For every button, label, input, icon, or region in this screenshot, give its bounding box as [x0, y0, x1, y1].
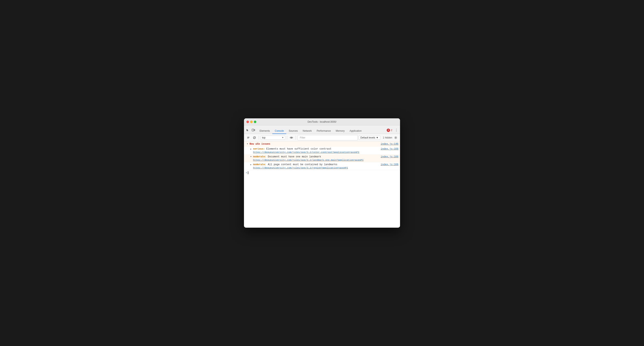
traffic-lights: [246, 121, 256, 123]
filter-section: [298, 135, 358, 140]
context-selector[interactable]: top ▼: [260, 136, 285, 140]
filter-input[interactable]: [299, 136, 356, 140]
console-input-line: ›: [244, 170, 400, 175]
issue-item-header-moderate-2: ▶ moderate: All page content must be con…: [250, 163, 398, 166]
levels-arrow: ▼: [376, 136, 378, 139]
severity-label-moderate-2: moderate:: [253, 163, 266, 166]
context-arrow: ▼: [282, 136, 284, 139]
error-count: 2: [391, 129, 392, 132]
nav-right: ✕ 2 ⋮: [387, 128, 399, 134]
title-bar: DevTools - localhost:3000/: [244, 118, 400, 125]
issue-item-moderate-1[interactable]: ▼ moderate: Document must have one main …: [244, 155, 400, 162]
issue-message-serious: Elements must have sufficient color cont…: [265, 148, 381, 150]
issue-message-moderate-2: All page content must be contained by la…: [266, 163, 381, 166]
issue-item-moderate-2[interactable]: ▶ moderate: All page content must be con…: [244, 162, 400, 170]
levels-dropdown[interactable]: Default levels ▼: [358, 136, 380, 140]
levels-label: Default levels: [360, 136, 375, 139]
severity-label-moderate-1: moderate:: [253, 155, 266, 158]
close-button[interactable]: [246, 121, 249, 123]
issue-item-serious[interactable]: ▶ serious: Elements must have sufficient…: [244, 147, 400, 155]
issue-item-header-serious: ▶ serious: Elements must have sufficient…: [250, 148, 398, 150]
svg-rect-1: [254, 129, 255, 131]
item-toggle-moderate-2[interactable]: ▶: [250, 163, 252, 166]
tab-performance[interactable]: Performance: [314, 128, 333, 134]
issue-group-header[interactable]: ▼ New aXe issues index.js:146: [244, 141, 400, 147]
cursor-icon[interactable]: [245, 128, 250, 133]
issue-item-header-moderate-1: ▼ moderate: Document must have one main …: [250, 155, 398, 158]
issue-link-moderate-2[interactable]: https://dequeuniversity.com/rules/axe/3.…: [253, 166, 398, 169]
settings-button[interactable]: [393, 135, 398, 140]
toolbar-separator-1: [259, 136, 259, 140]
more-menu-button[interactable]: ⋮: [394, 128, 399, 133]
svg-rect-3: [247, 137, 249, 138]
item-toggle-moderate-1[interactable]: ▼: [250, 156, 252, 158]
error-icon: ✕: [387, 129, 390, 132]
issue-message-moderate-1: Document must have one main landmark: [266, 155, 381, 158]
console-content: ▼ New aXe issues index.js:146 ▶ serious:…: [244, 141, 400, 228]
device-toggle-icon[interactable]: [251, 128, 256, 133]
issue-link-moderate-1[interactable]: https://dequeuniversity.com/rules/axe/3.…: [253, 159, 398, 161]
svg-rect-4: [247, 138, 249, 139]
tab-console[interactable]: Console: [272, 128, 286, 134]
console-prompt: ›: [246, 171, 247, 174]
console-cursor: [248, 171, 248, 174]
group-toggle-icon[interactable]: ▼: [246, 143, 249, 145]
nav-bar: Elements Console Sources Network Perform…: [244, 125, 400, 134]
tab-memory[interactable]: Memory: [333, 128, 347, 134]
issue-link-serious[interactable]: https://dequeuniversity.com/rules/axe/3.…: [253, 151, 398, 153]
maximize-button[interactable]: [254, 121, 256, 123]
error-badge[interactable]: ✕ 2: [387, 129, 392, 132]
toolbar-separator-3: [296, 136, 296, 140]
issue-ref-serious[interactable]: index.js:166: [381, 148, 398, 150]
tab-sources[interactable]: Sources: [286, 128, 300, 134]
window-title: DevTools - localhost:3000/: [308, 120, 336, 123]
eye-icon[interactable]: [289, 135, 294, 140]
minimize-button[interactable]: [250, 121, 252, 123]
group-line-ref[interactable]: index.js:146: [381, 143, 398, 145]
severity-label-serious: serious:: [253, 148, 265, 150]
svg-point-8: [395, 137, 396, 138]
tab-application[interactable]: Application: [347, 128, 364, 134]
nav-icons: [245, 128, 256, 134]
svg-rect-2: [247, 137, 249, 137]
context-value: top: [262, 136, 266, 139]
group-title: New aXe issues: [250, 143, 270, 145]
tab-elements[interactable]: Elements: [257, 128, 272, 134]
hidden-count: 1 hidden: [383, 136, 392, 139]
devtools-window: DevTools - localhost:3000/ Elements Cons…: [244, 118, 400, 228]
clear-console-button[interactable]: [246, 135, 251, 140]
tab-network[interactable]: Network: [300, 128, 314, 134]
item-toggle-serious[interactable]: ▶: [250, 148, 252, 150]
svg-line-6: [254, 137, 255, 139]
issue-ref-moderate-2[interactable]: index.js:166: [381, 163, 398, 166]
console-toolbar: top ▼ Default levels ▼ 1 hidden: [244, 134, 400, 141]
block-icon-button[interactable]: [252, 135, 257, 140]
svg-point-7: [291, 137, 292, 138]
svg-rect-0: [252, 129, 254, 131]
issue-ref-moderate-1[interactable]: index.js:166: [381, 155, 398, 158]
